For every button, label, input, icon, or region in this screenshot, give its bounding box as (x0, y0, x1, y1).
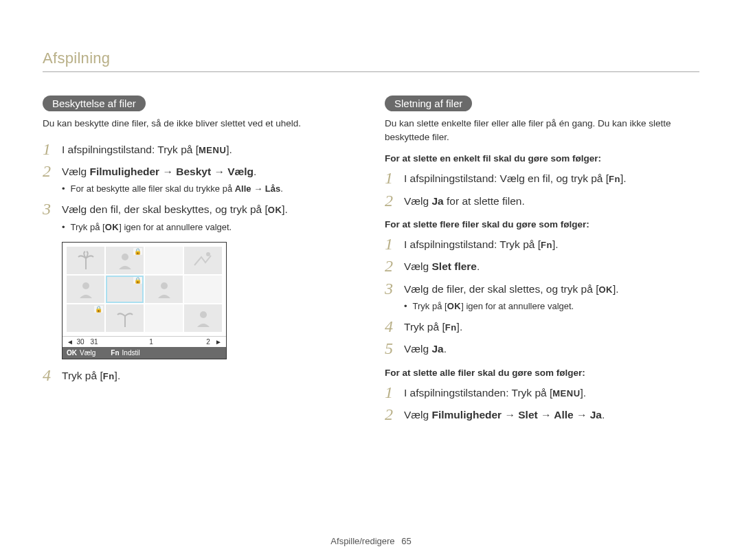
sun-icon (193, 250, 214, 271)
text: Vælg (404, 409, 432, 421)
step-number: 3 (385, 280, 404, 298)
text: Vælg den fil, der skal beskyttes, og try… (62, 203, 268, 215)
step-b5: 5 Vælg Ja. (385, 339, 699, 357)
text: I afspilningstilstand: Vælg en fil, og t… (404, 172, 609, 184)
ok-key: OK (268, 203, 282, 217)
step-text: Vælg Ja for at slette filen. (404, 192, 699, 209)
step-b1: 1 I afspilningstilstand: Tryk på [Fn]. (385, 235, 699, 253)
text: ]. (457, 321, 463, 333)
left-column: Beskyttelse af filer Du kan beskytte din… (43, 96, 357, 426)
step-b2: 2 Vælg Slet flere. (385, 257, 699, 275)
status-label: Indstil (122, 349, 140, 357)
section-title: Afspilning (43, 49, 699, 67)
lock-icon: 🔒 (133, 277, 142, 284)
thumbnail (106, 304, 144, 332)
text: Vælg (404, 195, 432, 207)
text: ]. (613, 283, 619, 295)
ok-key: OK (105, 221, 120, 234)
step-text: Vælg Filmuligheder → Slet → Alle → Ja. (404, 405, 699, 423)
text: . (477, 260, 480, 272)
step-number: 1 (43, 140, 62, 158)
text: For at beskytte alle filer skal du trykk… (71, 183, 235, 194)
bullet: Tryk på [OK] igen for at annullere valge… (62, 221, 357, 234)
title-rule (43, 71, 699, 72)
text: for at slette filen. (444, 195, 525, 207)
person-icon (115, 250, 135, 271)
step-1: 1 I afspilningstilstand: Tryk på [MENU]. (43, 140, 357, 158)
text: I afspilningstilstand: Tryk på [ (404, 238, 541, 250)
text: . (602, 409, 605, 421)
text: ]. (226, 144, 232, 155)
status-label: Vælg (80, 349, 95, 357)
subhead-single: For at slette en enkelt fil skal du gøre… (385, 153, 699, 164)
text: Tryk på [ (71, 222, 105, 232)
thumbnail (184, 276, 222, 303)
step-a1: 1 I afspilningstilstand: Vælg en fil, og… (385, 169, 699, 187)
step-b4: 4 Tryk på [Fn]. (385, 317, 699, 335)
palm-icon (115, 308, 135, 328)
thumbnail: 🔒 (106, 247, 144, 274)
step-number: 1 (385, 235, 404, 253)
text: ]. (552, 238, 559, 250)
date: 1 (144, 338, 158, 346)
step-number: 2 (43, 162, 62, 180)
date: 30 (74, 338, 87, 346)
step-b3: 3 Vælg de filer, der skal slettes, og tr… (385, 280, 699, 298)
step-text: I afspilningstilstand: Vælg en fil, og t… (404, 169, 699, 186)
text: ] igen for at annullere valget. (461, 301, 574, 311)
text: Vælg (404, 343, 432, 355)
thumbnail-grid: 🔒 🔒 (63, 243, 226, 336)
subhead-multiple: For at slette flere filer skal du gøre s… (385, 219, 699, 229)
text: Vælg (404, 260, 432, 272)
person-icon (193, 308, 214, 328)
fn-key: Fn (609, 172, 620, 186)
date: 2 (201, 338, 215, 346)
thumbnail-selected: 🔒 (106, 276, 144, 303)
intro-delete: Du kan slette enkelte filer eller alle f… (385, 117, 699, 144)
step-text: Tryk på [Fn]. (404, 317, 699, 335)
bold-text: Slet flere (432, 260, 477, 272)
step-2: 2 Vælg Filmuligheder → Beskyt → Vælg. (43, 162, 357, 180)
thumbnail (184, 247, 222, 274)
step-number: 2 (385, 405, 404, 423)
step-text: I afspilningstilstand: Tryk på [Fn]. (404, 235, 699, 252)
text: I afspilningstilstand: Tryk på [ (62, 144, 199, 155)
text: ]. (115, 370, 121, 381)
person-icon (76, 279, 96, 300)
bold-text: Ja (432, 343, 444, 355)
page-footer: Afspille/redigere 65 (0, 536, 742, 546)
text: . (280, 183, 283, 194)
bold-text: Alle → Lås (235, 183, 280, 194)
thumbnail (67, 247, 104, 274)
pill-delete-files: Sletning af filer (385, 96, 472, 111)
text: . (444, 343, 447, 355)
text: ]. (581, 387, 587, 399)
text: Vælg de filer, der skal slettes, og tryk… (404, 283, 598, 295)
thumbnail (145, 304, 183, 332)
step-number: 4 (43, 366, 62, 384)
ok-key: OK (598, 283, 613, 297)
fn-key: Fn (445, 321, 457, 335)
step-text: I afspilningstilstand: Tryk på [MENU]. (62, 140, 357, 157)
lock-icon: 🔒 (133, 248, 142, 255)
step-3: 3 Vælg den fil, der skal beskyttes, og t… (43, 200, 357, 218)
status-row: OK Vælg Fn Indstil (63, 347, 226, 359)
lock-icon: 🔒 (94, 306, 103, 313)
ok-key-label: OK (67, 349, 77, 357)
step-number: 1 (385, 169, 404, 187)
thumbnail (67, 276, 104, 303)
step-text: Vælg Filmuligheder → Beskyt → Vælg. (62, 162, 357, 179)
menu-key: MENU (552, 387, 580, 401)
page-number: 65 (401, 536, 411, 546)
step-number: 4 (385, 317, 404, 335)
svg-point-4 (200, 311, 207, 318)
thumbnail (145, 247, 183, 274)
svg-point-1 (206, 252, 210, 256)
bold-text: Filmuligheder → Beskyt → Vælg (90, 166, 254, 177)
svg-point-0 (122, 254, 128, 260)
svg-point-3 (161, 282, 168, 289)
right-arrow-icon: ► (215, 338, 222, 346)
fn-key: Fn (103, 370, 115, 383)
date: 31 (87, 338, 101, 346)
step-number: 2 (385, 257, 404, 275)
